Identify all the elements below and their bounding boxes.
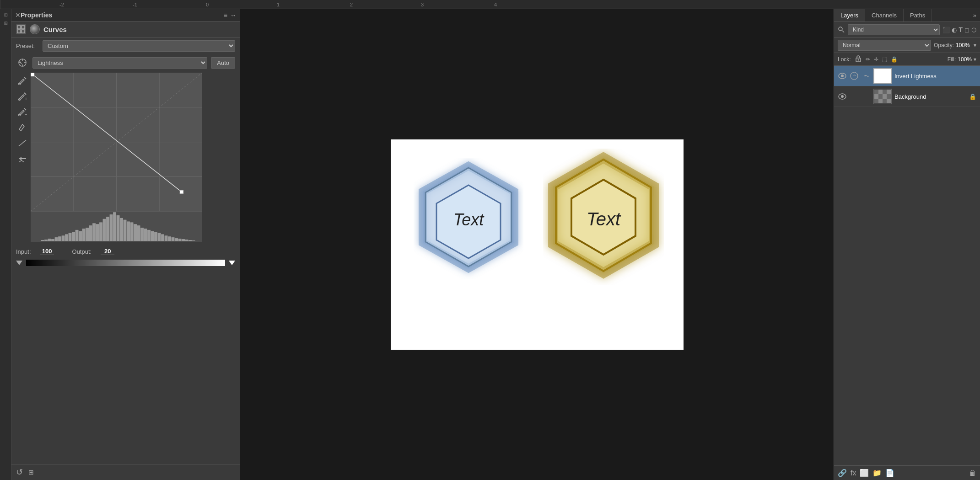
right-triangle[interactable]: [229, 261, 235, 265]
layer-fx-bottom-icon[interactable]: fx: [851, 469, 856, 477]
layers-bottom-controls: 🔗 fx ⬜ 📁 📄 🗑: [834, 465, 980, 480]
curves-chart-wrapper: [31, 73, 202, 243]
gradient-bar: [26, 260, 225, 266]
delete-layer-icon[interactable]: 🗑: [969, 469, 976, 477]
target-adjust-button[interactable]: [16, 56, 29, 69]
svg-rect-8: [17, 26, 21, 29]
auto-button[interactable]: Auto: [211, 57, 235, 69]
svg-point-33: [839, 27, 842, 31]
blue-hexagon-group: Text: [409, 158, 528, 287]
new-layer-icon[interactable]: 📄: [885, 469, 894, 477]
svg-text:-2: -2: [59, 2, 64, 7]
lock-position-icon[interactable]: [855, 55, 862, 64]
tab-layers[interactable]: Layers: [834, 9, 865, 21]
input-label: Input:: [16, 248, 31, 255]
layer-item-background[interactable]: Background 🔒: [834, 86, 980, 107]
output-label: Output:: [72, 248, 92, 255]
svg-rect-9: [22, 26, 25, 29]
close-button[interactable]: ✕: [15, 11, 21, 19]
clip-button[interactable]: ⊞: [28, 469, 34, 476]
panel-title: Properties: [21, 11, 52, 19]
eyedropper-add-tool[interactable]: +: [16, 90, 29, 103]
layer-thumbnail-invert: [873, 68, 892, 84]
shape-filter-icon[interactable]: ◻: [964, 27, 969, 33]
hex2-text: Text: [586, 209, 621, 229]
curves-header: Curves: [11, 21, 240, 37]
fill-value[interactable]: 100%: [958, 56, 972, 63]
properties-panel: ✕ Properties ≡ ↔ Curves Preset:: [11, 9, 240, 480]
curves-chart[interactable]: [31, 73, 202, 242]
layers-filter-row: Kind ⬛ ◐ T ◻ ⬡: [834, 22, 980, 38]
type-filter-icon[interactable]: T: [958, 26, 963, 33]
reset-button[interactable]: ↺: [16, 467, 23, 477]
svg-text:−: −: [25, 112, 27, 117]
panel-expand-button[interactable]: ↔: [230, 12, 236, 19]
panel-header: ✕ Properties ≡ ↔: [11, 9, 240, 21]
layer-link-bottom-icon[interactable]: 🔗: [838, 469, 847, 477]
left-triangle[interactable]: [16, 261, 22, 265]
svg-text:-1: -1: [133, 2, 137, 7]
smooth-curve-tool[interactable]: [16, 137, 29, 149]
svg-text:4: 4: [494, 2, 497, 7]
layer-visibility-toggle[interactable]: [838, 71, 847, 80]
tab-paths[interactable]: Paths: [904, 9, 932, 21]
blue-hexagon-svg: Text: [409, 158, 528, 286]
bottom-tools-row: ↺ ⊞: [11, 464, 240, 480]
input-output-row: Input: 100 Output: 20: [11, 245, 240, 258]
adjustment-layer-icon: [30, 24, 40, 34]
filter-icons: ⬛ ◐ T ◻ ⬡: [942, 26, 976, 33]
fill-dropdown-icon[interactable]: ▾: [974, 56, 976, 63]
lock-artboard-icon[interactable]: ⬚: [882, 56, 887, 63]
blend-mode-select[interactable]: Normal: [838, 40, 931, 51]
lock-move-icon[interactable]: ✛: [874, 56, 878, 63]
curves-tools: + −: [14, 73, 31, 243]
preset-select[interactable]: Custom: [43, 40, 235, 52]
input-value: 100: [40, 248, 54, 255]
smartobj-filter-icon[interactable]: ⬡: [971, 27, 976, 33]
layer-link-icon[interactable]: [862, 71, 871, 80]
opacity-label: Opacity:: [934, 42, 954, 48]
fill-row: Fill: 100% ▾: [948, 56, 976, 63]
svg-point-39: [851, 72, 858, 80]
new-group-icon[interactable]: 📁: [872, 469, 882, 477]
arrow-tool[interactable]: [16, 152, 29, 165]
adjustment-filter-icon[interactable]: ◐: [952, 27, 957, 33]
layer-fx-icon: [850, 71, 859, 80]
fill-label: Fill:: [948, 56, 956, 63]
panel-menu-button[interactable]: ≡: [224, 11, 227, 19]
svg-rect-44: [874, 90, 878, 94]
svg-text:0: 0: [206, 2, 209, 7]
layers-tabs: Layers Channels Paths »: [834, 9, 980, 22]
tab-channels[interactable]: Channels: [865, 9, 904, 21]
lock-all-icon[interactable]: 🔒: [891, 56, 898, 63]
filter-kind-select[interactable]: Kind: [848, 24, 940, 35]
gold-hexagon-svg: Text: [537, 149, 670, 304]
layers-lock-row: Lock: ✏ ✛ ⬚ 🔒 Fill: 100% ▾: [834, 53, 980, 66]
opacity-value[interactable]: 100%: [956, 42, 972, 48]
preset-row: Preset: Custom: [11, 37, 240, 54]
gold-hexagon-group: Text: [537, 149, 670, 305]
tabs-expand-button[interactable]: »: [969, 9, 980, 21]
pencil-tool[interactable]: [16, 121, 29, 134]
svg-text:2: 2: [350, 2, 353, 7]
eyedropper-tool[interactable]: [16, 75, 29, 87]
svg-text:+: +: [25, 96, 27, 101]
add-mask-icon[interactable]: ⬜: [860, 469, 869, 477]
pixel-filter-icon[interactable]: ⬛: [942, 27, 950, 33]
eyedropper-subtract-tool[interactable]: −: [16, 106, 29, 118]
svg-text:1: 1: [277, 2, 280, 7]
layer-item-invert-lightness[interactable]: Invert Lightness: [834, 66, 980, 86]
svg-line-20: [24, 93, 26, 95]
svg-rect-11: [22, 30, 25, 33]
right-panel: Layers Channels Paths » Kind ⬛ ◐ T ◻: [834, 9, 980, 480]
lock-pixel-icon[interactable]: ✏: [866, 56, 870, 63]
lock-label: Lock:: [838, 56, 851, 63]
channel-select[interactable]: Lightness: [32, 57, 207, 69]
opacity-row: Opacity: 100% ▾: [934, 42, 976, 48]
left-toolbar: ⊟ ⊞: [0, 9, 11, 480]
curves-title: Curves: [43, 26, 67, 33]
layer-background-visibility-toggle[interactable]: [838, 92, 847, 101]
opacity-dropdown-icon[interactable]: ▾: [974, 42, 976, 48]
canvas-area: Text Text: [240, 9, 834, 480]
layer-thumbnail-background: [873, 89, 892, 104]
